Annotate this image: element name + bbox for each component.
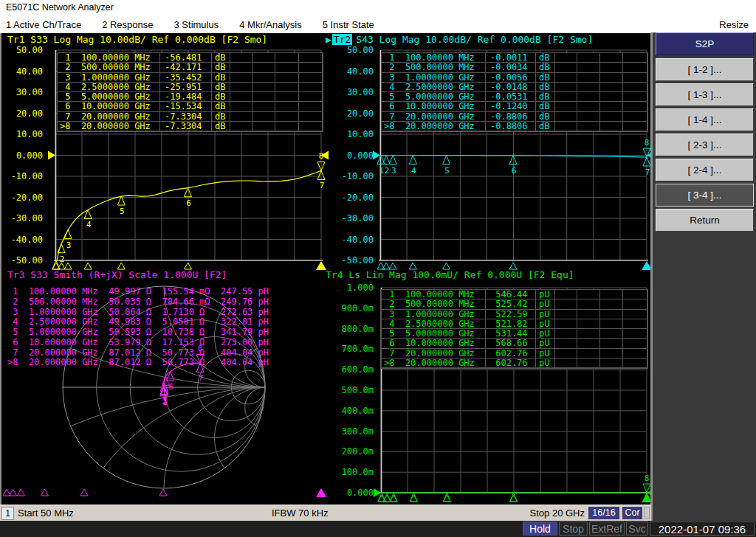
channel-number-badge: 1	[1, 507, 14, 520]
svg-text:5: 5	[120, 207, 125, 216]
svg-text:8: 8	[319, 151, 324, 161]
softkey-1-3[interactable]: [ 1-3 ]...	[656, 83, 754, 106]
status-spare-box	[644, 507, 650, 519]
softkey-return[interactable]: Return	[656, 209, 754, 232]
tr2-title-text: S43 Log Mag 10.00dB/ Ref 0.000dB [F2 Smo…	[356, 34, 593, 45]
svg-text:6: 6	[168, 382, 173, 392]
tr1-title[interactable]: Tr1 S33 Log Mag 10.00dB/ Ref 0.000dB [F2…	[7, 34, 267, 45]
tr2-title[interactable]: ▶ Tr2 S43 Log Mag 10.00dB/ Ref 0.000dB […	[326, 34, 593, 45]
tr4-marker-table: 1 100.00000 MHz 546.44pU 2 500.00000 MHz…	[381, 289, 648, 369]
svg-text:7: 7	[645, 167, 650, 177]
menu-stimulus[interactable]: 3 Stimulus	[174, 19, 219, 30]
svg-text:8: 8	[645, 474, 650, 483]
softkey-menu: S2P [ 1-2 ]... [ 1-3 ]... [ 1-4 ]... [ 2…	[650, 32, 756, 521]
svg-text:6: 6	[512, 166, 517, 176]
tr1-marker-table: 1 100.00000 MHz-56.481dB 2 500.00000 MHz…	[57, 52, 323, 132]
svg-text:8: 8	[645, 138, 650, 148]
points-badge: 16/16	[588, 507, 619, 519]
softkey-3-4[interactable]: [ 3-4 ]...	[656, 184, 754, 207]
instrument-status-bar: Hold Stop ExtRef Svc 2022-01-07 09:36	[0, 521, 756, 537]
softkey-1-2[interactable]: [ 1-2 ]...	[656, 58, 754, 81]
tr3-marker-table: 1 100.00000 MHz 49.997 Ω 155.54 mΩ 247.5…	[7, 287, 269, 368]
svg-text:5: 5	[444, 166, 450, 176]
status-bar: 1 Start 50 MHz IFBW 70 kHz Stop 20 GHz 1…	[0, 505, 651, 521]
menu-bar: 1 Active Ch/Trace 2 Response 3 Stimulus …	[0, 15, 756, 33]
menu-mkr-analysis[interactable]: 4 Mkr/Analysis	[239, 19, 302, 30]
stop-indicator: Stop	[559, 522, 588, 536]
window-title: E5071C Network Analyzer	[0, 0, 756, 15]
svg-text:2: 2	[385, 166, 390, 176]
stop-frequency-label: Stop 20 GHz	[517, 507, 585, 519]
svg-text:7: 7	[320, 181, 325, 190]
menu-response[interactable]: 2 Response	[102, 19, 153, 30]
extref-indicator: ExtRef	[589, 522, 625, 536]
ifbw-label: IFBW 70 kHz	[272, 507, 329, 519]
tr2-marker-table: 1 100.00000 MHz-0.0011dB 2 500.00000 MHz…	[381, 52, 648, 132]
svg-text:2: 2	[60, 254, 65, 264]
svg-text:4: 4	[86, 220, 92, 229]
datetime-display: 2022-01-07 09:36	[650, 522, 755, 536]
softkey-menu-title: S2P	[656, 32, 754, 55]
menu-instr-state[interactable]: 5 Instr State	[323, 19, 374, 30]
correction-badge: Cor	[622, 507, 642, 519]
hold-indicator: Hold	[523, 522, 557, 536]
svg-text:3: 3	[66, 240, 72, 250]
softkey-1-4[interactable]: [ 1-4 ]...	[656, 108, 754, 131]
active-trace-pointer-icon: ▶	[326, 34, 331, 45]
tr2-name-badge: Tr2	[332, 34, 352, 45]
tr4-title[interactable]: Tr4 Ls Lin Mag 100.0mU/ Ref 0.000U [F2 E…	[326, 269, 574, 280]
start-frequency-label: Start 50 MHz	[18, 507, 74, 519]
tr3-title[interactable]: Tr3 S33 Smith (R+jX) Scale 1.000U [F2]	[7, 269, 227, 280]
resize-button[interactable]: Resize	[719, 19, 749, 30]
softkey-2-4[interactable]: [ 2-4 ]...	[656, 159, 754, 181]
svc-indicator: Svc	[626, 522, 648, 536]
svg-text:3: 3	[391, 166, 396, 176]
svg-text:6: 6	[186, 198, 191, 208]
softkey-2-3[interactable]: [ 2-3 ]...	[656, 134, 754, 156]
svg-text:7: 7	[199, 373, 204, 383]
svg-text:1: 1	[379, 166, 385, 176]
analyzer-screen: E5071C Network Analyzer 1 Active Ch/Trac…	[0, 0, 756, 537]
svg-text:4: 4	[411, 166, 416, 176]
menu-active-ch-trace[interactable]: 1 Active Ch/Trace	[6, 19, 81, 30]
